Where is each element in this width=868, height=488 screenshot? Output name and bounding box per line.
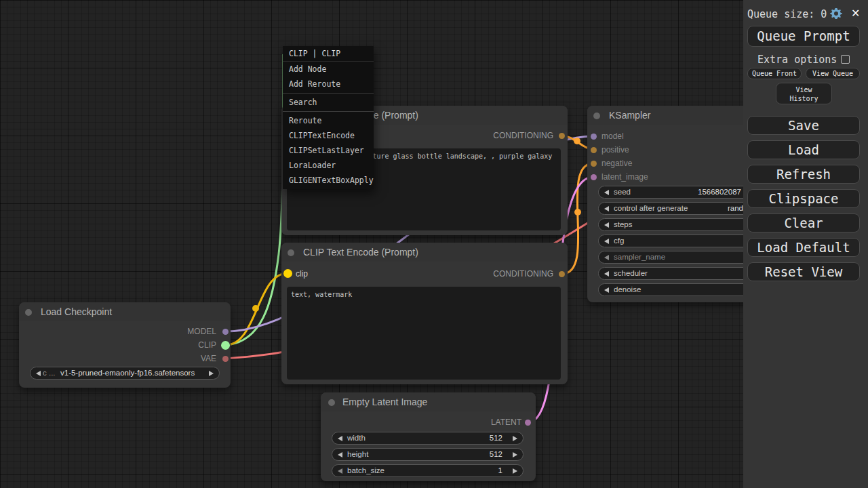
view-history-button[interactable]: ViewHistory: [776, 83, 832, 104]
node-title: CLIP Text Encode (Prompt): [303, 243, 418, 262]
widget-value: 1: [498, 466, 502, 474]
node-empty-latent-image[interactable]: Empty Latent Image LATENT width 512 heig…: [321, 392, 536, 481]
node-title: Empty Latent Image: [342, 392, 427, 411]
denoise-widget[interactable]: denoise: [598, 283, 743, 296]
reset-view-button[interactable]: Reset View: [747, 262, 860, 281]
settings-gear-icon[interactable]: [829, 7, 843, 23]
increment-arrow-icon[interactable]: [513, 436, 517, 441]
node-title-bar[interactable]: CLIP Text Encode (Prompt): [281, 243, 568, 262]
node-status-dot: [25, 309, 32, 316]
menu-item-gligentextboxapply[interactable]: GLIGENTextBoxApply: [283, 173, 374, 188]
clip-output-label: CLIP: [198, 340, 216, 350]
node-title-bar[interactable]: Empty Latent Image: [321, 392, 536, 411]
menu-item-add-node[interactable]: Add Node: [283, 62, 374, 77]
height-widget[interactable]: height 512: [332, 448, 524, 461]
decrement-arrow-icon[interactable]: [604, 222, 609, 228]
widget-label: width: [347, 434, 366, 442]
conditioning-output-label: CONDITIONING: [493, 131, 553, 140]
decrement-arrow-icon[interactable]: [604, 271, 609, 277]
latent-output-dot[interactable]: [525, 420, 531, 426]
widget-value: randomize: [728, 204, 743, 212]
negative-input-dot[interactable]: [591, 161, 597, 167]
seed-widget[interactable]: seed 1566802087: [598, 186, 743, 199]
decrement-arrow-icon[interactable]: [604, 287, 609, 293]
queue-size-label: Queue size: 0: [747, 8, 827, 20]
cfg-widget[interactable]: cfg: [598, 235, 743, 247]
menu-item-clipsetlastlayer[interactable]: CLIPSetLastLayer: [283, 143, 374, 158]
widget-label: sampler_name: [614, 253, 665, 261]
clip-input-label: clip: [296, 269, 308, 279]
node-canvas[interactable]: CLIP Text Encode (Prompt) clip CONDITION…: [0, 0, 743, 488]
increment-arrow-icon[interactable]: [209, 371, 214, 376]
widget-value: 512: [490, 434, 502, 442]
widget-label: denoise: [614, 285, 641, 293]
node-ksampler[interactable]: KSampler model positive negative latent_…: [587, 106, 743, 302]
node-title-bar[interactable]: KSampler: [587, 106, 743, 125]
node-clip-text-encode-2[interactable]: CLIP Text Encode (Prompt) clip CONDITION…: [281, 243, 568, 384]
menu-separator: [283, 93, 374, 94]
control-after-generate-widget[interactable]: control after generate randomize: [598, 202, 743, 215]
model-input-label: model: [601, 131, 624, 141]
increment-arrow-icon[interactable]: [513, 468, 517, 474]
batch-size-widget[interactable]: batch_size 1: [332, 464, 524, 477]
clipspace-button[interactable]: Clipspace: [747, 189, 860, 208]
decrement-arrow-icon[interactable]: [604, 239, 609, 244]
refresh-button[interactable]: Refresh: [747, 165, 860, 184]
clip-output-dot[interactable]: [221, 341, 230, 350]
node-title: KSampler: [609, 106, 650, 125]
vae-output-label: VAE: [201, 354, 216, 363]
steps-widget[interactable]: steps: [598, 218, 743, 231]
clear-button[interactable]: Clear: [747, 214, 860, 232]
decrement-arrow-icon[interactable]: [604, 190, 609, 195]
latent-output-label: LATENT: [491, 418, 521, 427]
load-default-button[interactable]: Load Default: [747, 238, 860, 257]
view-queue-button[interactable]: View Queue: [806, 68, 860, 79]
context-menu[interactable]: CLIP | CLIP Add Node Add Reroute Search …: [283, 46, 374, 189]
model-output-dot[interactable]: [222, 329, 229, 335]
vae-output-dot[interactable]: [222, 356, 229, 362]
close-icon[interactable]: ✕: [851, 7, 860, 20]
width-widget[interactable]: width 512: [332, 432, 524, 445]
load-button[interactable]: Load: [747, 140, 860, 159]
menu-item-cliptextencode[interactable]: CLIPTextEncode: [283, 128, 374, 143]
decrement-arrow-icon[interactable]: [338, 452, 342, 458]
context-menu-title: CLIP | CLIP: [283, 46, 374, 62]
comfy-menu-panel: Queue size: 0 ✕ Queue Prompt Extra optio…: [743, 0, 868, 488]
widget-value: 512: [490, 450, 502, 458]
decrement-arrow-icon[interactable]: [338, 436, 342, 441]
decrement-arrow-icon[interactable]: [604, 206, 609, 211]
decrement-arrow-icon[interactable]: [36, 371, 41, 376]
increment-arrow-icon[interactable]: [513, 452, 517, 458]
widget-value: 1566802087: [698, 188, 741, 196]
menu-item-add-reroute[interactable]: Add Reroute: [283, 77, 374, 92]
widget-label: batch_size: [347, 466, 384, 474]
positive-input-label: positive: [601, 145, 629, 155]
node-load-checkpoint[interactable]: Load Checkpoint MODEL CLIP VAE c ... v1-…: [19, 302, 231, 388]
node-status-dot: [328, 399, 335, 406]
prompt-textarea[interactable]: text, watermark: [287, 287, 561, 380]
widget-label: cfg: [614, 237, 624, 245]
menu-item-search[interactable]: Search: [283, 95, 374, 110]
conditioning-output-dot[interactable]: [559, 271, 565, 277]
sampler-name-widget[interactable]: sampler_name: [598, 251, 743, 264]
widget-label: scheduler: [614, 269, 648, 277]
menu-item-reroute[interactable]: Reroute: [283, 113, 374, 128]
node-title: Load Checkpoint: [41, 302, 112, 321]
save-button[interactable]: Save: [747, 116, 860, 135]
latent-image-input-dot[interactable]: [591, 174, 597, 180]
decrement-arrow-icon[interactable]: [604, 255, 609, 260]
conditioning-output-dot[interactable]: [559, 133, 565, 139]
scheduler-widget[interactable]: scheduler: [598, 267, 743, 280]
decrement-arrow-icon[interactable]: [338, 468, 342, 474]
node-title-bar[interactable]: Load Checkpoint: [19, 302, 231, 321]
wire-dot-conditioning-neg: [574, 209, 581, 216]
conditioning-output-label: CONDITIONING: [493, 269, 553, 279]
clip-input-dot[interactable]: [283, 269, 292, 278]
model-input-dot[interactable]: [591, 134, 597, 140]
positive-input-dot[interactable]: [591, 147, 597, 153]
queue-prompt-button[interactable]: Queue Prompt: [747, 26, 860, 47]
ckpt-name-widget[interactable]: c ... v1-5-pruned-emaonly-fp16.safetenso…: [30, 367, 220, 380]
extra-options-checkbox[interactable]: [841, 55, 850, 64]
menu-item-loraloader[interactable]: LoraLoader: [283, 158, 374, 173]
queue-front-button[interactable]: Queue Front: [747, 68, 802, 79]
